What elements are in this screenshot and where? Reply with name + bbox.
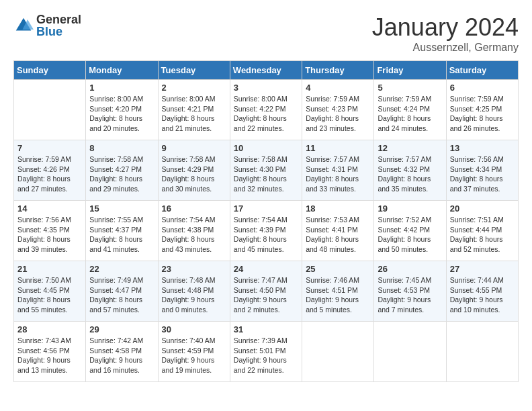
day-info: Sunrise: 8:00 AMSunset: 4:22 PMDaylight:…: [234, 94, 298, 134]
page-header: General Blue January 2024 Aussernzell, G…: [13, 13, 519, 54]
day-info: Sunrise: 7:59 AMSunset: 4:25 PMDaylight:…: [450, 94, 515, 134]
day-number: 14: [17, 203, 82, 214]
day-info: Sunrise: 7:54 AMSunset: 4:39 PMDaylight:…: [234, 215, 298, 255]
day-info: Sunrise: 7:47 AMSunset: 4:50 PMDaylight:…: [234, 275, 298, 315]
calendar-cell: 1Sunrise: 8:00 AMSunset: 4:20 PMDaylight…: [86, 80, 158, 140]
day-info: Sunrise: 8:00 AMSunset: 4:20 PMDaylight:…: [89, 94, 154, 134]
day-info: Sunrise: 8:00 AMSunset: 4:21 PMDaylight:…: [162, 94, 226, 134]
calendar-cell: 20Sunrise: 7:51 AMSunset: 4:44 PMDayligh…: [446, 201, 518, 261]
day-number: 8: [89, 143, 154, 153]
day-info: Sunrise: 7:44 AMSunset: 4:55 PMDaylight:…: [450, 275, 515, 315]
calendar-cell: 28Sunrise: 7:43 AMSunset: 4:56 PMDayligh…: [14, 322, 86, 382]
weekday-header-sunday: Sunday: [14, 61, 86, 80]
calendar-cell: 25Sunrise: 7:46 AMSunset: 4:51 PMDayligh…: [302, 261, 374, 322]
calendar-cell: 15Sunrise: 7:55 AMSunset: 4:37 PMDayligh…: [86, 201, 158, 261]
day-number: 24: [234, 264, 298, 274]
day-info: Sunrise: 7:50 AMSunset: 4:45 PMDaylight:…: [17, 275, 82, 315]
logo-icon: [13, 15, 34, 36]
day-number: 17: [234, 203, 298, 214]
calendar-cell: [446, 322, 518, 382]
day-number: 6: [450, 83, 515, 93]
day-info: Sunrise: 7:42 AMSunset: 4:58 PMDaylight:…: [89, 336, 154, 375]
day-info: Sunrise: 7:51 AMSunset: 4:44 PMDaylight:…: [450, 215, 515, 255]
calendar-cell: 10Sunrise: 7:58 AMSunset: 4:30 PMDayligh…: [230, 140, 302, 201]
day-info: Sunrise: 7:56 AMSunset: 4:35 PMDaylight:…: [17, 215, 82, 255]
day-number: 12: [378, 143, 442, 153]
day-info: Sunrise: 7:46 AMSunset: 4:51 PMDaylight:…: [306, 275, 370, 315]
day-number: 16: [162, 203, 226, 214]
calendar-week-row: 14Sunrise: 7:56 AMSunset: 4:35 PMDayligh…: [14, 201, 519, 261]
day-info: Sunrise: 7:58 AMSunset: 4:30 PMDaylight:…: [234, 154, 298, 194]
calendar-cell: 19Sunrise: 7:52 AMSunset: 4:42 PMDayligh…: [374, 201, 446, 261]
calendar-cell: 14Sunrise: 7:56 AMSunset: 4:35 PMDayligh…: [14, 201, 86, 261]
calendar-table: SundayMondayTuesdayWednesdayThursdayFrid…: [13, 60, 519, 382]
calendar-cell: 23Sunrise: 7:48 AMSunset: 4:48 PMDayligh…: [158, 261, 230, 322]
calendar-cell: [374, 322, 446, 382]
calendar-cell: 24Sunrise: 7:47 AMSunset: 4:50 PMDayligh…: [230, 261, 302, 322]
calendar-cell: 4Sunrise: 7:59 AMSunset: 4:23 PMDaylight…: [302, 80, 374, 140]
weekday-header-thursday: Thursday: [302, 61, 374, 80]
day-number: 31: [234, 324, 298, 334]
calendar-cell: 7Sunrise: 7:59 AMSunset: 4:26 PMDaylight…: [14, 140, 86, 201]
day-info: Sunrise: 7:58 AMSunset: 4:29 PMDaylight:…: [162, 154, 226, 194]
day-number: 28: [17, 324, 82, 334]
day-number: 13: [450, 143, 515, 153]
day-info: Sunrise: 7:59 AMSunset: 4:24 PMDaylight:…: [378, 94, 442, 134]
day-number: 3: [234, 83, 298, 93]
day-info: Sunrise: 7:45 AMSunset: 4:53 PMDaylight:…: [378, 275, 442, 315]
title-block: January 2024 Aussernzell, Germany: [372, 13, 519, 54]
calendar-cell: 16Sunrise: 7:54 AMSunset: 4:38 PMDayligh…: [158, 201, 230, 261]
calendar-cell: [14, 80, 86, 140]
day-number: 10: [234, 143, 298, 153]
weekday-header-tuesday: Tuesday: [158, 61, 230, 80]
day-number: 29: [89, 324, 154, 334]
calendar-cell: [302, 322, 374, 382]
day-number: 27: [450, 264, 515, 274]
location: Aussernzell, Germany: [372, 42, 519, 54]
day-info: Sunrise: 7:57 AMSunset: 4:31 PMDaylight:…: [306, 154, 370, 194]
calendar-cell: 31Sunrise: 7:39 AMSunset: 5:01 PMDayligh…: [230, 322, 302, 382]
calendar-cell: 17Sunrise: 7:54 AMSunset: 4:39 PMDayligh…: [230, 201, 302, 261]
day-info: Sunrise: 7:40 AMSunset: 4:59 PMDaylight:…: [162, 336, 226, 375]
calendar-cell: 8Sunrise: 7:58 AMSunset: 4:27 PMDaylight…: [86, 140, 158, 201]
day-number: 4: [306, 83, 370, 93]
calendar-week-row: 28Sunrise: 7:43 AMSunset: 4:56 PMDayligh…: [14, 322, 519, 382]
day-number: 7: [17, 143, 82, 153]
calendar-cell: 13Sunrise: 7:56 AMSunset: 4:34 PMDayligh…: [446, 140, 518, 201]
day-info: Sunrise: 7:58 AMSunset: 4:27 PMDaylight:…: [89, 154, 154, 194]
calendar-cell: 22Sunrise: 7:49 AMSunset: 4:47 PMDayligh…: [86, 261, 158, 322]
calendar-cell: 5Sunrise: 7:59 AMSunset: 4:24 PMDaylight…: [374, 80, 446, 140]
calendar-cell: 26Sunrise: 7:45 AMSunset: 4:53 PMDayligh…: [374, 261, 446, 322]
day-number: 2: [162, 83, 226, 93]
day-number: 21: [17, 264, 82, 274]
logo-general-text: General: [36, 13, 81, 26]
calendar-cell: 30Sunrise: 7:40 AMSunset: 4:59 PMDayligh…: [158, 322, 230, 382]
day-number: 9: [162, 143, 226, 153]
calendar-cell: 3Sunrise: 8:00 AMSunset: 4:22 PMDaylight…: [230, 80, 302, 140]
weekday-header-row: SundayMondayTuesdayWednesdayThursdayFrid…: [14, 61, 519, 80]
day-number: 22: [89, 264, 154, 274]
day-info: Sunrise: 7:43 AMSunset: 4:56 PMDaylight:…: [17, 336, 82, 375]
calendar-cell: 27Sunrise: 7:44 AMSunset: 4:55 PMDayligh…: [446, 261, 518, 322]
day-number: 30: [162, 324, 226, 334]
day-number: 1: [89, 83, 154, 93]
calendar-cell: 21Sunrise: 7:50 AMSunset: 4:45 PMDayligh…: [14, 261, 86, 322]
day-number: 5: [378, 83, 442, 93]
day-info: Sunrise: 7:57 AMSunset: 4:32 PMDaylight:…: [378, 154, 442, 194]
day-number: 23: [162, 264, 226, 274]
calendar-cell: 18Sunrise: 7:53 AMSunset: 4:41 PMDayligh…: [302, 201, 374, 261]
calendar-cell: 9Sunrise: 7:58 AMSunset: 4:29 PMDaylight…: [158, 140, 230, 201]
weekday-header-friday: Friday: [374, 61, 446, 80]
day-info: Sunrise: 7:54 AMSunset: 4:38 PMDaylight:…: [162, 215, 226, 255]
day-info: Sunrise: 7:53 AMSunset: 4:41 PMDaylight:…: [306, 215, 370, 255]
day-number: 15: [89, 203, 154, 214]
day-info: Sunrise: 7:59 AMSunset: 4:26 PMDaylight:…: [17, 154, 82, 194]
day-info: Sunrise: 7:49 AMSunset: 4:47 PMDaylight:…: [89, 275, 154, 315]
day-number: 18: [306, 203, 370, 214]
day-number: 20: [450, 203, 515, 214]
day-number: 25: [306, 264, 370, 274]
day-number: 26: [378, 264, 442, 274]
calendar-cell: 12Sunrise: 7:57 AMSunset: 4:32 PMDayligh…: [374, 140, 446, 201]
weekday-header-saturday: Saturday: [446, 61, 518, 80]
day-info: Sunrise: 7:48 AMSunset: 4:48 PMDaylight:…: [162, 275, 226, 315]
